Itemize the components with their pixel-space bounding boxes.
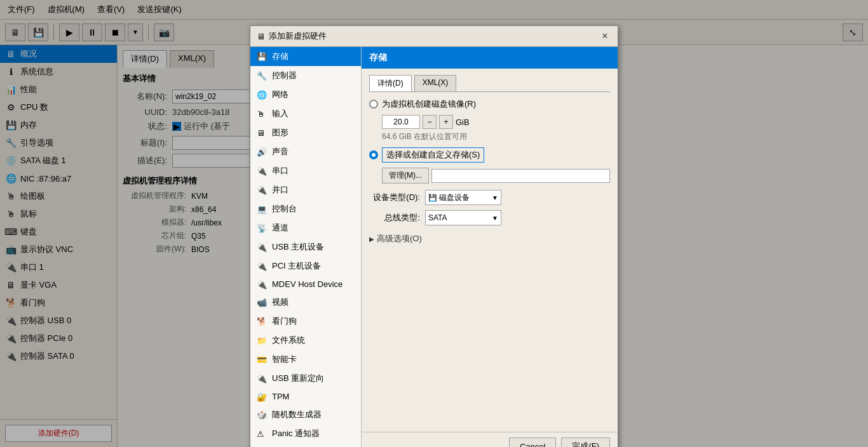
device-item-parallel[interactable]: 🔌 并口 — [250, 180, 361, 199]
network-icon: 🌐 — [257, 90, 268, 99]
device-panic-label: Panic 通知器 — [272, 428, 320, 439]
device-item-panic[interactable]: ⚠ Panic 通知器 — [250, 424, 361, 443]
manage-row: 管理(M)... — [382, 168, 610, 183]
device-input-label: 输入 — [272, 108, 288, 119]
device-item-graphics[interactable]: 🖥 图形 — [250, 123, 361, 142]
toggle-arrow-icon: ▶ — [369, 236, 374, 243]
tpm-icon: 🔐 — [257, 392, 268, 401]
finish-button[interactable]: 完成(F) — [561, 437, 610, 447]
device-storage-label: 存储 — [272, 51, 288, 62]
serial-dev-icon: 🔌 — [257, 166, 268, 175]
config-tab-details[interactable]: 详情(D) — [369, 75, 412, 91]
smartcard-icon: 💳 — [257, 355, 268, 364]
watchdog-dev-icon: 🐕 — [257, 317, 268, 326]
device-item-usb-redir[interactable]: 🔌 USB 重新定向 — [250, 369, 361, 388]
device-item-vsock[interactable]: 🔌 VirtIO VSOCK — [250, 443, 361, 447]
channel-icon: 📡 — [257, 223, 268, 232]
device-item-watchdog[interactable]: 🐕 看门狗 — [250, 312, 361, 331]
device-type-label: 设备类型(D): — [369, 192, 420, 203]
device-rng-label: 随机数生成器 — [272, 409, 322, 420]
device-parallel-label: 并口 — [272, 184, 288, 196]
bus-type-arrow: ▼ — [492, 215, 498, 222]
advanced-label: 高级选项(O) — [377, 233, 422, 244]
device-pci-host-label: PCI 主机设备 — [272, 260, 321, 272]
add-hardware-dialog: 🖥 添加新虚拟硬件 × 💾 存储 🔧 控制器 🌐 网络 — [250, 25, 618, 447]
mdev-icon: 🔌 — [257, 280, 268, 289]
device-tpm-label: TPM — [272, 392, 289, 401]
config-body: 详情(D) XML(X) 为虚拟机创建磁盘镜像(R) − + GiB — [362, 69, 618, 432]
radio-custom-btn[interactable] — [369, 150, 378, 159]
device-mdev-label: MDEV Host Device — [272, 279, 342, 289]
device-channel-label: 通道 — [272, 222, 288, 234]
device-item-smartcard[interactable]: 💳 智能卡 — [250, 350, 361, 369]
graphics-icon: 🖥 — [257, 128, 268, 137]
size-hint: 64.6 GiB 在默认位置可用 — [382, 131, 610, 142]
dialog-title: 🖥 添加新虚拟硬件 — [257, 30, 327, 42]
device-sound-label: 声音 — [272, 146, 288, 157]
device-item-storage[interactable]: 💾 存储 — [250, 47, 361, 66]
dialog-close-button[interactable]: × — [599, 30, 611, 43]
device-item-rng[interactable]: 🎲 随机数生成器 — [250, 405, 361, 424]
video-icon: 📹 — [257, 298, 268, 307]
size-increase-btn[interactable]: + — [439, 115, 453, 129]
rng-icon: 🎲 — [257, 410, 268, 419]
device-network-label: 网络 — [272, 89, 288, 100]
device-type-arrow: ▼ — [492, 194, 498, 201]
device-item-controller[interactable]: 🔧 控制器 — [250, 66, 361, 85]
manage-button[interactable]: 管理(M)... — [382, 168, 429, 183]
device-smartcard-label: 智能卡 — [272, 354, 297, 365]
device-item-channel[interactable]: 📡 通道 — [250, 218, 361, 237]
device-type-row: 设备类型(D): 💾 磁盘设备 ▼ — [369, 190, 610, 205]
device-type-value: 💾 磁盘设备 — [428, 192, 470, 203]
input-icon: 🖱 — [257, 109, 268, 118]
modal-overlay: 🖥 添加新虚拟硬件 × 💾 存储 🔧 控制器 🌐 网络 — [0, 0, 868, 447]
config-panel: 存储 详情(D) XML(X) 为虚拟机创建磁盘镜像(R) − — [362, 47, 618, 447]
radio-custom-label: 选择或创建自定义存储(S) — [382, 147, 484, 163]
custom-path-input[interactable] — [431, 169, 610, 183]
dialog-title-icon: 🖥 — [257, 32, 265, 41]
pci-host-icon: 🔌 — [257, 262, 268, 270]
device-item-mdev[interactable]: 🔌 MDEV Host Device — [250, 276, 361, 293]
device-graphics-label: 图形 — [272, 127, 288, 138]
device-item-sound[interactable]: 🔊 声音 — [250, 142, 361, 161]
usb-host-icon: 🔌 — [257, 243, 268, 251]
filesystem-icon: 📁 — [257, 336, 268, 345]
device-usb-host-label: USB 主机设备 — [272, 241, 324, 253]
parallel-icon: 🔌 — [257, 185, 268, 194]
bus-type-label: 总线类型: — [369, 212, 420, 223]
size-decrease-btn[interactable]: − — [423, 115, 437, 129]
device-console-label: 控制台 — [272, 203, 297, 215]
cancel-button[interactable]: Cancel — [509, 437, 556, 447]
advanced-toggle[interactable]: ▶ 高级选项(O) — [369, 230, 610, 247]
dialog-title-text: 添加新虚拟硬件 — [269, 30, 327, 42]
console-icon: 💻 — [257, 204, 268, 213]
size-unit: GiB — [456, 117, 470, 127]
device-item-tpm[interactable]: 🔐 TPM — [250, 388, 361, 405]
usb-redir-icon: 🔌 — [257, 374, 268, 383]
device-item-network[interactable]: 🌐 网络 — [250, 85, 361, 104]
dialog-body: 💾 存储 🔧 控制器 🌐 网络 🖱 输入 🖥 图形 — [250, 47, 618, 447]
device-video-label: 视频 — [272, 297, 288, 308]
bus-type-select[interactable]: SATA ▼ — [425, 210, 501, 225]
device-filesystem-label: 文件系统 — [272, 335, 305, 346]
storage-icon: 💾 — [257, 52, 268, 61]
size-input[interactable] — [382, 115, 420, 129]
device-item-input[interactable]: 🖱 输入 — [250, 104, 361, 123]
device-item-serial[interactable]: 🔌 串口 — [250, 161, 361, 180]
device-item-console[interactable]: 💻 控制台 — [250, 199, 361, 218]
device-usb-redir-label: USB 重新定向 — [272, 373, 324, 384]
device-item-filesystem[interactable]: 📁 文件系统 — [250, 331, 361, 350]
device-item-pci-host[interactable]: 🔌 PCI 主机设备 — [250, 257, 361, 276]
device-item-video[interactable]: 📹 视频 — [250, 293, 361, 312]
config-tab-xml[interactable]: XML(X) — [414, 75, 457, 91]
device-item-usb-host[interactable]: 🔌 USB 主机设备 — [250, 237, 361, 257]
bus-type-value: SATA — [428, 213, 447, 222]
radio-create-btn[interactable] — [369, 100, 378, 109]
custom-storage-row: 选择或创建自定义存储(S) — [369, 147, 610, 163]
device-watchdog-label: 看门狗 — [272, 316, 297, 327]
device-serial-label: 串口 — [272, 165, 288, 177]
size-row: − + GiB — [382, 115, 610, 129]
device-type-select[interactable]: 💾 磁盘设备 ▼ — [425, 190, 501, 205]
dialog-titlebar: 🖥 添加新虚拟硬件 × — [250, 26, 618, 47]
radio-create-row: 为虚拟机创建磁盘镜像(R) — [369, 98, 610, 110]
